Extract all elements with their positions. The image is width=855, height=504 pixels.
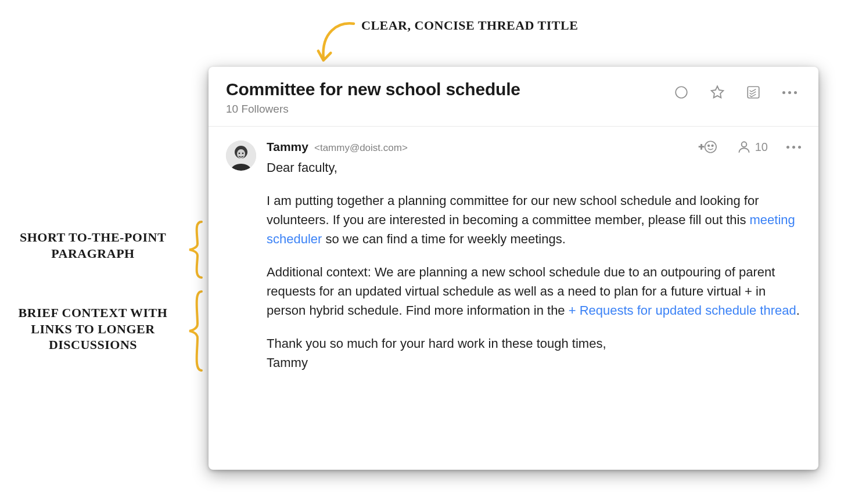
svg-point-6 [239,153,240,154]
followers-count: 10 Followers [226,103,520,116]
paragraph-1: I am putting together a planning committ… [267,191,801,249]
post-more-icon[interactable] [786,146,801,149]
thread-actions [673,84,797,100]
thread-title: Committee for new school schedule [226,80,520,99]
svg-point-9 [705,141,716,153]
author-name: Tammy [267,140,308,154]
brace-icon [187,290,204,372]
requests-thread-link[interactable]: + Requests for updated schedule thread [569,303,796,318]
annotation-context: Brief context with links to longer discu… [0,305,186,353]
text: so we can find a time for weekly meeting… [322,232,565,246]
text: I am putting together a planning committ… [267,193,759,227]
svg-point-7 [242,153,244,154]
thread-card: Committee for new school schedule 10 Fol… [209,67,818,470]
star-icon[interactable] [709,84,725,100]
brace-icon [187,221,204,279]
arrow-icon [307,17,359,70]
people-button[interactable]: 10 [737,139,768,154]
paragraph-2: Additional context: We are planning a ne… [267,262,801,320]
more-icon[interactable] [781,84,797,100]
svg-text:+: + [699,141,705,152]
annotation-title: Clear, concise thread title [361,17,588,34]
svg-point-10 [708,145,710,147]
svg-point-0 [676,87,687,98]
greeting: Dear faculty, [267,158,801,177]
post: Tammy <tammy@doist.com> + [209,127,818,390]
text: . [796,303,800,318]
add-reaction-button[interactable]: + [698,139,718,154]
avatar [226,141,256,171]
signature: Tammy [267,355,308,370]
svg-point-12 [741,142,746,147]
thread-header: Committee for new school schedule 10 Fol… [209,67,818,127]
svg-point-11 [712,145,713,147]
post-body: Dear faculty, I am putting together a pl… [267,158,801,372]
annotation-paragraph: Short to-the-point paragraph [0,229,186,261]
people-count: 10 [755,141,768,154]
circle-icon[interactable] [673,84,689,100]
signoff: Thank you so much for your hard work in … [267,334,801,372]
author-email: <tammy@doist.com> [314,142,408,154]
svg-rect-1 [748,87,759,98]
text: Thank you so much for your hard work in … [267,336,606,351]
todoist-icon[interactable] [745,84,761,100]
